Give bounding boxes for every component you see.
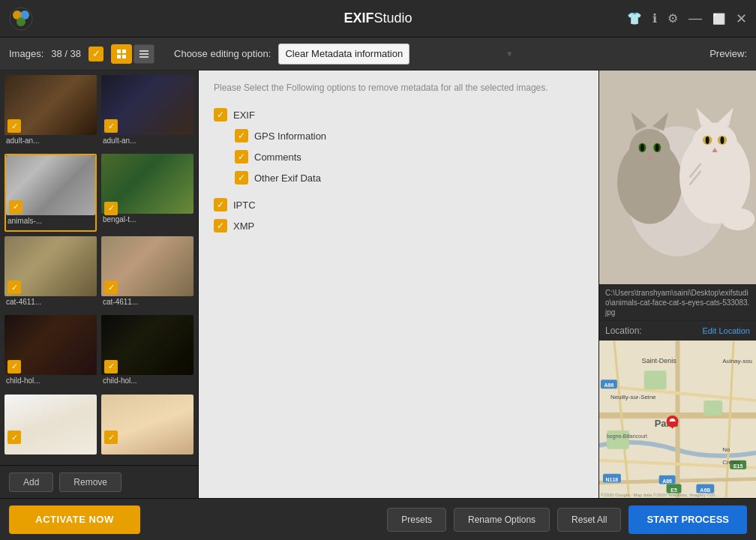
remove-button[interactable]: Remove <box>59 472 122 492</box>
thumb-checkbox[interactable]: ✓ <box>8 119 21 133</box>
settings-icon[interactable]: ⚙ <box>668 11 678 26</box>
svg-rect-4 <box>117 50 121 53</box>
iptc-option-row: ✓ IPTC <box>214 198 584 212</box>
close-button[interactable]: ✕ <box>736 10 747 27</box>
xmp-option-row: ✓ XMP <box>214 219 584 232</box>
comments-checkbox[interactable]: ✓ <box>235 150 248 164</box>
app-title: EXIFStudio <box>344 10 412 26</box>
bottom-bar: ACTIVATE NOW Presets Rename Options Rese… <box>0 498 756 540</box>
svg-point-31 <box>722 208 755 230</box>
exif-option-row: ✓ EXIF <box>214 108 584 122</box>
svg-text:Créteil: Créteil <box>722 459 740 466</box>
list-item[interactable]: ✓ cat-4611... <box>101 236 194 310</box>
thumb-checkbox[interactable]: ✓ <box>9 200 22 214</box>
maximize-button[interactable]: ⬜ <box>712 13 725 25</box>
svg-rect-9 <box>140 53 148 55</box>
svg-rect-43 <box>704 400 722 416</box>
svg-text:bogne-Billancourt: bogne-Billancourt <box>607 434 647 440</box>
thumbnail-image <box>101 394 194 454</box>
list-item[interactable]: ✓ cat-4611... <box>4 236 97 310</box>
edit-option-label: Choose editing option: <box>174 48 271 59</box>
main-content: ✓ adult-an... ✓ adult-an... ✓ animals-..… <box>0 70 756 498</box>
iptc-checkbox[interactable]: ✓ <box>214 198 227 212</box>
view-toggle <box>111 44 154 64</box>
thumb-checkbox[interactable]: ✓ <box>8 360 21 374</box>
thumb-label: bengal-t... <box>101 214 194 226</box>
thumb-label: adult-an... <box>101 135 194 148</box>
list-item[interactable]: ✓ <box>101 394 194 460</box>
presets-button[interactable]: Presets <box>387 508 446 532</box>
gps-checkbox[interactable]: ✓ <box>235 129 248 142</box>
rename-options-button[interactable]: Rename Options <box>454 508 550 532</box>
exif-checkbox[interactable]: ✓ <box>214 108 227 122</box>
list-item[interactable]: ✓ adult-an... <box>4 75 97 149</box>
grid-view-button[interactable] <box>111 44 132 64</box>
list-item[interactable]: ✓ adult-an... <box>101 75 194 149</box>
images-label: Images: <box>9 48 44 59</box>
toolbar: Images: 38 / 38 ✓ Choose editing option:… <box>0 38 756 70</box>
add-button[interactable]: Add <box>9 472 53 492</box>
thumb-label <box>4 454 97 459</box>
map-image: A86 A86 E15 N118 E5 A6B Saint-Denis Auln… <box>599 340 756 498</box>
comments-label: Comments <box>254 152 302 163</box>
shirt-icon[interactable]: 👕 <box>627 11 642 26</box>
gps-label: GPS Information <box>254 130 326 142</box>
preview-image <box>599 70 756 284</box>
thumb-checkbox[interactable]: ✓ <box>104 202 118 215</box>
info-icon[interactable]: ℹ <box>652 11 657 26</box>
svg-rect-6 <box>117 55 121 58</box>
svg-point-20 <box>656 144 659 152</box>
other-exif-checkbox[interactable]: ✓ <box>235 171 248 184</box>
thumb-label <box>101 454 194 459</box>
svg-rect-7 <box>122 55 126 58</box>
list-item[interactable]: ✓ bengal-t... <box>101 154 194 231</box>
thumb-checkbox[interactable]: ✓ <box>8 280 21 294</box>
app-logo <box>9 7 33 31</box>
xmp-checkbox[interactable]: ✓ <box>214 219 227 232</box>
svg-point-3 <box>16 17 26 26</box>
thumb-label: animals-... <box>6 215 95 228</box>
title-bar: EXIFStudio 👕 ℹ ⚙ — ⬜ ✕ <box>0 0 756 38</box>
svg-rect-10 <box>140 56 148 58</box>
thumbnail-grid: ✓ adult-an... ✓ adult-an... ✓ animals-..… <box>0 70 198 465</box>
thumb-label: cat-4611... <box>4 296 97 309</box>
select-all-checkbox[interactable]: ✓ <box>88 46 104 62</box>
preview-area <box>599 70 756 284</box>
thumb-checkbox[interactable]: ✓ <box>8 430 21 444</box>
svg-text:A86: A86 <box>662 478 672 484</box>
gps-option-row: ✓ GPS Information <box>235 129 584 142</box>
thumb-label: child-hol... <box>4 375 97 388</box>
thumb-label: adult-an... <box>4 135 97 148</box>
svg-text:Aulnay-sou: Aulnay-sou <box>722 358 752 364</box>
svg-point-29 <box>721 136 724 144</box>
exif-label: EXIF <box>233 110 255 121</box>
title-bar-controls: 👕 ℹ ⚙ — ⬜ ✕ <box>627 10 747 27</box>
minimize-button[interactable]: — <box>688 10 702 26</box>
left-panel: ✓ adult-an... ✓ adult-an... ✓ animals-..… <box>0 70 199 498</box>
svg-rect-8 <box>140 50 148 52</box>
svg-text:Neuilly-sur-Seine: Neuilly-sur-Seine <box>610 394 656 400</box>
center-hint: Please Select the Following options to r… <box>214 82 584 93</box>
reset-all-button[interactable]: Reset All <box>557 508 621 532</box>
list-view-button[interactable] <box>134 44 154 64</box>
start-process-button[interactable]: START PROCESS <box>628 506 747 534</box>
thumb-checkbox[interactable]: ✓ <box>104 360 118 374</box>
list-item[interactable]: ✓ animals-... <box>4 154 97 231</box>
xmp-label: XMP <box>233 220 254 232</box>
thumb-checkbox[interactable]: ✓ <box>104 280 118 294</box>
left-panel-bottom: Add Remove <box>0 465 198 498</box>
svg-text:N118: N118 <box>606 477 619 482</box>
thumb-checkbox[interactable]: ✓ <box>104 119 118 133</box>
thumbnail-image <box>4 394 97 454</box>
location-label: Location: <box>605 326 642 336</box>
activate-now-button[interactable]: ACTIVATE NOW <box>9 506 140 534</box>
svg-text:E5: E5 <box>670 488 677 493</box>
edit-location-link[interactable]: Edit Location <box>702 326 750 335</box>
thumb-checkbox[interactable]: ✓ <box>104 430 118 444</box>
list-item[interactable]: ✓ child-hol... <box>4 315 97 389</box>
editing-option-select[interactable]: Clear Metadata information Edit EXIF Dat… <box>278 44 410 64</box>
other-exif-option-row: ✓ Other Exif Data <box>235 171 584 184</box>
svg-text:A6B: A6B <box>700 488 710 493</box>
list-item[interactable]: ✓ <box>4 394 97 460</box>
list-item[interactable]: ✓ child-hol... <box>101 315 194 389</box>
